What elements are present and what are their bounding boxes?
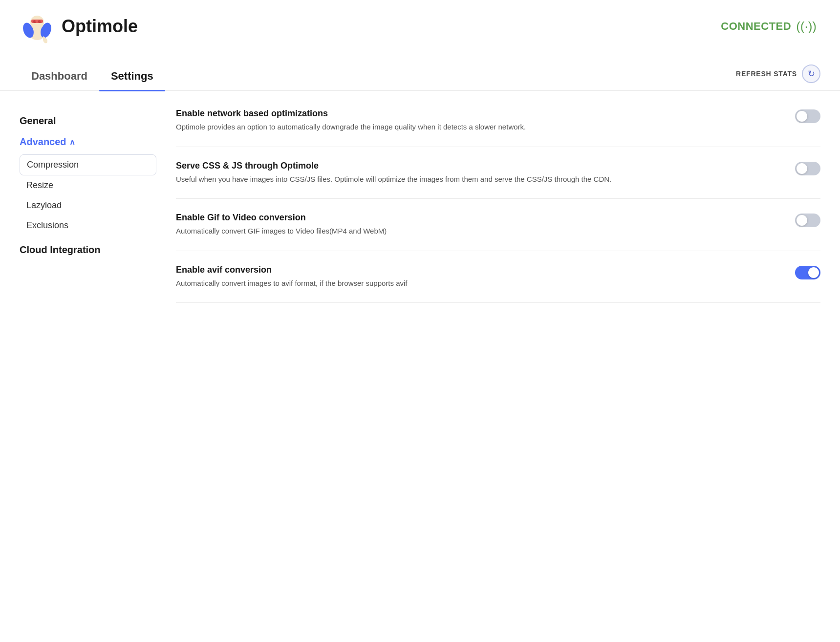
- sidebar-item-lazyload[interactable]: Lazyload: [20, 195, 156, 215]
- toggle-network[interactable]: [795, 109, 820, 123]
- app-title: Optimole: [62, 16, 138, 37]
- setting-title-css-js: Serve CSS & JS through Optimole: [176, 161, 779, 171]
- wifi-icon: ((·)): [796, 19, 817, 34]
- sidebar-item-exclusions[interactable]: Exclusions: [20, 215, 156, 235]
- sidebar-item-advanced[interactable]: Advanced ∧: [20, 131, 156, 152]
- logo-icon: [20, 9, 55, 44]
- toggle-gif-video[interactable]: [795, 214, 820, 227]
- setting-desc-network: Optimole provides an option to automatic…: [176, 122, 779, 133]
- header: Optimole CONNECTED ((·)): [0, 0, 840, 53]
- tab-dashboard[interactable]: Dashboard: [20, 61, 99, 90]
- setting-row-css-js: Serve CSS & JS through Optimole Useful w…: [176, 147, 820, 199]
- setting-row-avif: Enable avif conversion Automatically con…: [176, 251, 820, 303]
- sidebar-item-compression[interactable]: Compression: [20, 154, 156, 175]
- status-label: CONNECTED: [721, 20, 791, 33]
- toggle-thumb-gif-video: [797, 215, 807, 226]
- toggle-track-avif[interactable]: [795, 266, 820, 279]
- chevron-up-icon: ∧: [69, 137, 75, 147]
- main-content: General Advanced ∧ Compression Resize La…: [0, 91, 840, 642]
- tabs-nav: Dashboard Settings REFRESH STATS ↻: [0, 61, 840, 91]
- setting-desc-gif-video: Automatically convert GIF images to Vide…: [176, 226, 779, 237]
- setting-desc-avif: Automatically convert images to avif for…: [176, 278, 779, 289]
- setting-desc-css-js: Useful when you have images into CSS/JS …: [176, 174, 779, 185]
- tab-settings[interactable]: Settings: [99, 61, 165, 90]
- toggle-avif[interactable]: [795, 266, 820, 279]
- logo-area: Optimole: [20, 9, 138, 44]
- connection-status: CONNECTED ((·)): [721, 19, 817, 34]
- sidebar-item-general[interactable]: General: [20, 110, 156, 131]
- setting-text-network: Enable network based optimizations Optim…: [176, 108, 779, 133]
- setting-title-avif: Enable avif conversion: [176, 265, 779, 275]
- toggle-thumb-avif: [808, 267, 819, 278]
- toggle-track-network[interactable]: [795, 109, 820, 123]
- setting-title-gif-video: Enable Gif to Video conversion: [176, 213, 779, 223]
- sidebar-sub-menu: Compression Resize Lazyload Exclusions: [20, 154, 156, 235]
- sidebar-item-cloud-integration[interactable]: Cloud Integration: [20, 239, 156, 260]
- toggle-css-js[interactable]: [795, 162, 820, 175]
- setting-row-gif-video: Enable Gif to Video conversion Automatic…: [176, 199, 820, 251]
- toggle-track-css-js[interactable]: [795, 162, 820, 175]
- refresh-label: REFRESH STATS: [736, 70, 797, 78]
- toggle-thumb-network: [797, 111, 807, 122]
- toggle-thumb-css-js: [797, 163, 807, 174]
- setting-text-avif: Enable avif conversion Automatically con…: [176, 265, 779, 289]
- setting-text-gif-video: Enable Gif to Video conversion Automatic…: [176, 213, 779, 237]
- sidebar-item-resize[interactable]: Resize: [20, 175, 156, 195]
- svg-rect-8: [31, 20, 43, 23]
- setting-title-network: Enable network based optimizations: [176, 108, 779, 119]
- setting-row-network: Enable network based optimizations Optim…: [176, 108, 820, 147]
- toggle-track-gif-video[interactable]: [795, 214, 820, 227]
- refresh-stats-area: REFRESH STATS ↻: [736, 64, 820, 87]
- sidebar: General Advanced ∧ Compression Resize La…: [20, 108, 156, 637]
- setting-text-css-js: Serve CSS & JS through Optimole Useful w…: [176, 161, 779, 185]
- settings-panel: Enable network based optimizations Optim…: [156, 108, 820, 637]
- refresh-stats-button[interactable]: ↻: [802, 64, 820, 83]
